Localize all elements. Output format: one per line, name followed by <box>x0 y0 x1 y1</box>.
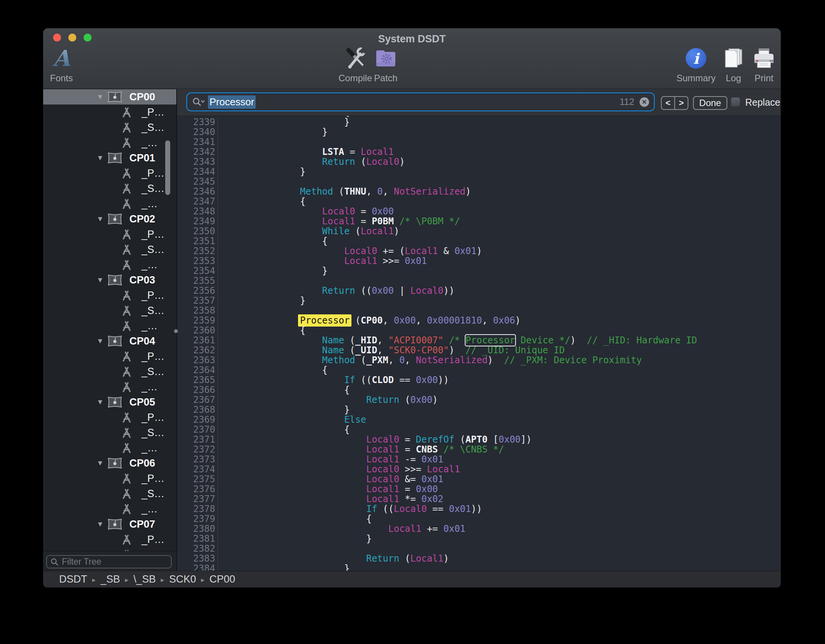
fonts-button[interactable]: A Fonts <box>43 46 90 83</box>
code-text[interactable]: { <box>218 425 781 435</box>
clear-search-button[interactable]: ✕ <box>640 97 649 107</box>
tree-item-_S[interactable]: _S… <box>43 364 176 379</box>
tree-group-CP03[interactable]: ▼CP03 <box>43 272 176 288</box>
tree-group-CP02[interactable]: ▼CP02 <box>43 211 176 227</box>
code-text[interactable]: Local1 *= 0x02 <box>218 494 781 504</box>
tree-group-CP00[interactable]: ▼CP00 <box>43 89 176 105</box>
tree-item-_P[interactable]: _P… <box>43 410 176 425</box>
breadcrumb-item-_SB[interactable]: \_SB <box>134 573 156 585</box>
tree-item-_[interactable]: _… <box>43 440 176 456</box>
tree-item-_S[interactable]: _S… <box>43 181 176 196</box>
replace-checkbox[interactable] <box>731 98 740 106</box>
filter-tree-input[interactable] <box>61 556 176 567</box>
code-text[interactable] <box>218 544 781 554</box>
disclosure-triangle-icon[interactable]: ▼ <box>97 89 104 105</box>
code-text[interactable]: } <box>218 266 781 276</box>
tree-item-_S[interactable]: _S… <box>43 303 176 318</box>
code-text[interactable]: { <box>218 236 781 246</box>
tree-item-_S[interactable]: _S… <box>43 547 176 551</box>
code-text[interactable]: Local1 -= 0x01 <box>218 454 781 464</box>
breadcrumb-item-SCK0[interactable]: SCK0 <box>169 573 196 585</box>
tree-item-_P[interactable]: _P… <box>43 532 176 547</box>
tree-group-CP01[interactable]: ▼CP01 <box>43 150 176 166</box>
code-text[interactable]: } <box>218 117 781 127</box>
code-text[interactable]: } <box>218 296 781 306</box>
breadcrumb-item-CP00[interactable]: CP00 <box>209 573 235 585</box>
patch-button[interactable]: Patch <box>357 46 414 83</box>
disclosure-triangle-icon[interactable]: ▼ <box>97 517 104 532</box>
code-text[interactable]: { <box>218 365 781 375</box>
disclosure-triangle-icon[interactable]: ▼ <box>97 211 104 227</box>
tree-item-_P[interactable]: _P… <box>43 227 176 242</box>
tree-item-_S[interactable]: _S… <box>43 120 176 135</box>
tree-item-_P[interactable]: _P… <box>43 349 176 364</box>
disclosure-triangle-icon[interactable]: ▼ <box>97 333 104 349</box>
code-text[interactable] <box>218 276 781 286</box>
breadcrumb-item-_SB[interactable]: _SB <box>101 573 120 585</box>
code-text[interactable]: { <box>218 385 781 395</box>
disclosure-triangle-icon[interactable]: ▼ <box>97 150 104 166</box>
code-editor[interactable]: 2338 {2339 }2340 }23412342 LSTA = Local1… <box>177 116 781 571</box>
code-text[interactable]: } <box>218 127 781 137</box>
filter-field[interactable] <box>46 555 172 568</box>
code-text[interactable]: Method (THNU, 0, NotSerialized) <box>218 187 781 196</box>
breadcrumb-item-DSDT[interactable]: DSDT <box>59 573 87 585</box>
disclosure-triangle-icon[interactable]: ▼ <box>97 456 104 471</box>
tree-group-CP06[interactable]: ▼CP06 <box>43 456 176 471</box>
code-text[interactable]: } <box>218 167 781 177</box>
tree-item-_P[interactable]: _P… <box>43 471 176 486</box>
code-text[interactable] <box>218 137 781 147</box>
code-text[interactable]: Local1 = CNBS /* \CNBS */ <box>218 444 781 454</box>
previous-match-button[interactable]: < <box>662 97 675 109</box>
tree-item-_[interactable]: _… <box>43 196 176 211</box>
tree-group-CP07[interactable]: ▼CP07 <box>43 517 176 532</box>
code-text[interactable]: } <box>218 564 781 571</box>
tree-item-_P[interactable]: _P… <box>43 166 176 181</box>
code-text[interactable]: LSTA = Local1 <box>218 147 781 157</box>
code-text[interactable]: Local1 = 0x00 <box>218 484 781 494</box>
code-text[interactable]: Local0 = 0x00 <box>218 206 781 216</box>
code-text[interactable]: Local0 = DerefOf (APT0 [0x00]) <box>218 435 781 444</box>
code-text[interactable]: If ((Local0 == 0x01)) <box>218 504 781 514</box>
code-text[interactable]: Else <box>218 415 781 425</box>
code-text[interactable]: { <box>218 514 781 524</box>
tree-group-CP05[interactable]: ▼CP05 <box>43 394 176 410</box>
replace-label[interactable]: Replace <box>745 96 780 108</box>
code-text[interactable]: { <box>218 325 781 335</box>
code-text[interactable]: Local1 >>= 0x01 <box>218 256 781 266</box>
tree-item-_[interactable]: _… <box>43 257 176 272</box>
tree-item-_[interactable]: _… <box>43 379 176 394</box>
tree-item-_P[interactable]: _P… <box>43 288 176 303</box>
code-text[interactable]: Name (_UID, "SCK0-CP00") // _UID: Unique… <box>218 345 781 355</box>
code-text[interactable]: } <box>218 405 781 415</box>
tree-item-_S[interactable]: _S… <box>43 486 176 501</box>
code-text[interactable]: } <box>218 534 781 544</box>
code-text[interactable]: If ((CLOD == 0x00)) <box>218 375 781 385</box>
code-text[interactable]: Local1 = P0BM /* \P0BM */ <box>218 216 781 226</box>
code-text[interactable]: Local1 += 0x01 <box>218 524 781 534</box>
code-text[interactable] <box>218 177 781 187</box>
search-input[interactable]: Processor 112 ✕ <box>186 92 655 111</box>
code-text[interactable]: Local0 &= 0x01 <box>218 474 781 484</box>
code-text[interactable]: Local0 >>= Local1 <box>218 464 781 474</box>
splitter-handle[interactable] <box>174 329 178 333</box>
disclosure-triangle-icon[interactable]: ▼ <box>97 272 104 288</box>
code-text[interactable]: Processor (CP00, 0x00, 0x00001810, 0x06) <box>218 316 781 325</box>
disclosure-triangle-icon[interactable]: ▼ <box>97 394 104 410</box>
print-button[interactable]: Print <box>735 46 781 83</box>
code-text[interactable]: Method (_PXM, 0, NotSerialized) // _PXM:… <box>218 355 781 365</box>
search-menu-icon[interactable] <box>192 97 205 107</box>
code-text[interactable]: Name (_HID, "ACPI0007" /* Processor Devi… <box>218 335 781 345</box>
code-text[interactable]: Return ((0x00 | Local0)) <box>218 286 781 296</box>
tree-group-CP04[interactable]: ▼CP04 <box>43 333 176 349</box>
code-text[interactable]: { <box>218 196 781 206</box>
tree-item-_[interactable]: _… <box>43 135 176 150</box>
done-button[interactable]: Done <box>693 96 727 110</box>
code-text[interactable]: While (Local1) <box>218 226 781 236</box>
tree-item-_S[interactable]: _S… <box>43 242 176 257</box>
tree-item-_[interactable]: _… <box>43 501 176 517</box>
next-match-button[interactable]: > <box>675 97 688 109</box>
code-text[interactable]: Return (Local0) <box>218 157 781 167</box>
code-text[interactable]: Local0 += (Local1 & 0x01) <box>218 246 781 256</box>
tree-item-_[interactable]: _… <box>43 318 176 333</box>
